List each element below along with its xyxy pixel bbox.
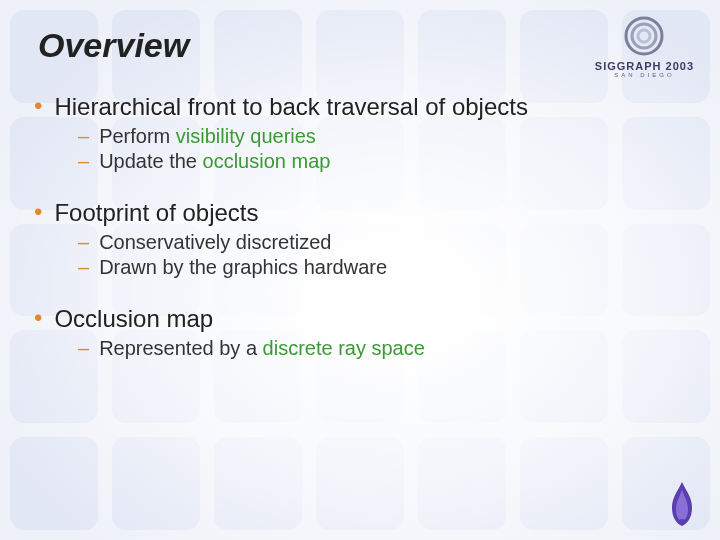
slide-content: Overview • Hierarchical front to back tr… xyxy=(0,0,720,540)
bullet-text: Hierarchical front to back traversal of … xyxy=(54,93,528,121)
slide: SIGGRAPH 2003 SAN DIEGO Overview • Hiera… xyxy=(0,0,720,540)
bullet-sub-text: Drawn by the graphics hardware xyxy=(99,256,387,279)
bullet-text: Footprint of objects xyxy=(54,199,258,227)
bullet-dot-icon: • xyxy=(34,199,42,225)
bullet-text: Occlusion map xyxy=(54,305,213,333)
bullet-level1: • Footprint of objects xyxy=(34,199,686,227)
bullet-sub-text: Update the occlusion map xyxy=(99,150,330,173)
bullet-level2: – Drawn by the graphics hardware xyxy=(78,256,686,279)
bullet-dot-icon: • xyxy=(34,93,42,119)
bullet-group: • Footprint of objects – Conservatively … xyxy=(34,199,686,279)
bullet-dash-icon: – xyxy=(78,256,89,279)
bullet-list: • Hierarchical front to back traversal o… xyxy=(34,93,686,360)
logo-org: SIGGRAPH 2003 xyxy=(595,60,694,72)
bullet-dash-icon: – xyxy=(78,150,89,173)
bullet-level1: • Occlusion map xyxy=(34,305,686,333)
svg-point-3 xyxy=(679,519,685,525)
bullet-level1: • Hierarchical front to back traversal o… xyxy=(34,93,686,121)
bullet-dot-icon: • xyxy=(34,305,42,331)
bullet-sub-text: Perform visibility queries xyxy=(99,125,316,148)
flame-icon xyxy=(662,480,702,528)
bullet-sub-text: Conservatively discretized xyxy=(99,231,331,254)
svg-point-2 xyxy=(638,30,650,42)
bullet-level2: – Represented by a discrete ray space xyxy=(78,337,686,360)
slide-title: Overview xyxy=(38,26,686,65)
bullet-level2: – Update the occlusion map xyxy=(78,150,686,173)
bullet-group: • Hierarchical front to back traversal o… xyxy=(34,93,686,173)
logo-city: SAN DIEGO xyxy=(614,72,674,78)
svg-point-1 xyxy=(632,24,656,48)
spiral-icon xyxy=(622,14,666,58)
flame-logo xyxy=(662,480,702,532)
siggraph-logo: SIGGRAPH 2003 SAN DIEGO xyxy=(595,14,694,78)
bullet-dash-icon: – xyxy=(78,125,89,148)
bullet-level2: – Conservatively discretized xyxy=(78,231,686,254)
bullet-dash-icon: – xyxy=(78,337,89,360)
bullet-group: • Occlusion map – Represented by a discr… xyxy=(34,305,686,360)
bullet-dash-icon: – xyxy=(78,231,89,254)
bullet-sub-text: Represented by a discrete ray space xyxy=(99,337,425,360)
bullet-level2: – Perform visibility queries xyxy=(78,125,686,148)
